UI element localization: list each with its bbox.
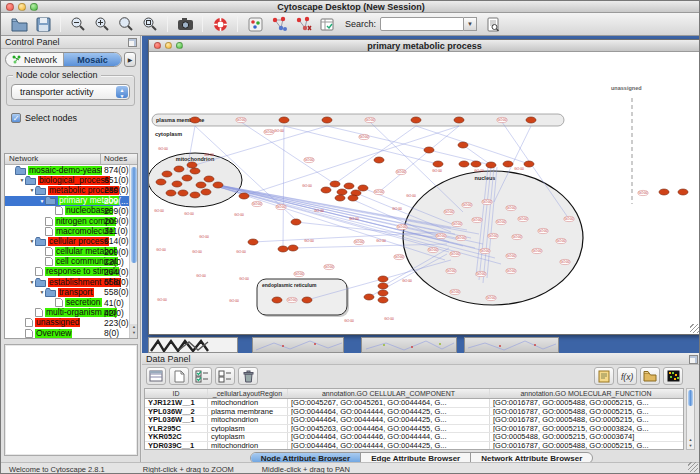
tree-scrollbar-arrows[interactable]: ▲▼ [130,324,138,338]
matrix-view-icon[interactable] [663,367,683,385]
network-node[interactable] [182,175,192,181]
more-tabs-arrow[interactable]: ▶ [124,52,136,67]
network-node[interactable] [659,189,669,195]
import-attributes-icon[interactable] [640,367,660,385]
network-tree-header[interactable]: Network Nodes [5,154,137,165]
tree-row[interactable]: response to stimulu264(0) [5,267,137,277]
network-node[interactable] [378,297,388,303]
network-canvas[interactable]: plasma membranecytoplasmmitochondrionnuc… [149,52,700,334]
network-node[interactable] [378,290,388,296]
tree-row[interactable]: ▼primary metabo209(... [5,196,137,206]
network-node[interactable] [204,176,214,182]
tree-row[interactable]: cell communicat22(0) [5,257,137,267]
network-node[interactable] [344,183,354,189]
network-node[interactable] [524,161,534,167]
column-go-molecular-function[interactable]: annotation.GO MOLECULAR_FUNCTION [490,389,682,398]
network-node[interactable] [374,157,384,163]
app-titlebar[interactable]: Cytoscape Desktop (New Session) [1,1,700,13]
network-node[interactable] [291,219,301,225]
attribute-table[interactable]: ID _cellularLayoutRegion annotation.GO C… [144,388,684,450]
tree-scrollbar[interactable]: ▲▼ [129,165,137,338]
annotation-note-icon[interactable] [594,367,614,385]
network-node[interactable] [278,246,288,252]
network-window-titlebar[interactable]: primary metabolic process [149,40,700,52]
unselect-all-attributes-icon[interactable] [215,367,235,385]
network-node[interactable] [196,182,206,188]
zoom-out-icon[interactable] [66,14,90,34]
column-go-cellular-component[interactable]: annotation.GO CELLULAR_COMPONENT [288,389,490,398]
vizmapper-icon[interactable] [243,14,267,34]
network-node[interactable] [526,117,536,123]
network-resize-grip[interactable] [690,324,699,333]
select-all-attributes-icon[interactable] [192,367,212,385]
search-config-icon[interactable] [481,14,505,34]
background-window-fragment[interactable] [148,337,238,353]
background-window-fragment[interactable] [252,337,344,353]
network-node[interactable] [166,190,176,196]
network-node[interactable] [358,185,368,191]
network-node[interactable] [172,181,182,187]
tree-row[interactable]: ▼establishment of lo558(0) [5,277,137,287]
background-window-fragment[interactable] [464,337,559,353]
new-attribute-icon[interactable] [169,367,189,385]
network-node[interactable] [302,297,312,303]
table-scrollbar-thumb[interactable] [688,390,693,406]
background-window-fragment[interactable] [361,337,457,353]
tree-row[interactable]: ▼transport558(0) [5,287,137,297]
network-node[interactable] [678,189,688,195]
network-view-window[interactable]: primary metabolic process plasma membran… [148,39,700,335]
attribute-select-icon[interactable] [146,367,166,385]
delete-attribute-icon[interactable] [238,367,258,385]
table-row[interactable]: YKR052Ccytoplasm[GO:0044464, GO:0044446,… [145,433,683,442]
network-node[interactable] [162,171,172,177]
table-row[interactable]: YJR121W__1mitochondrion[GO:0045267, GO:0… [145,399,683,408]
tree-row[interactable]: ▼cellular process614(0) [5,236,137,246]
tree-row[interactable]: nucleobase-209(0) [5,206,137,216]
tab-network[interactable]: Network [6,53,64,66]
help-ring-icon[interactable] [208,14,232,34]
select-nodes-checkbox[interactable]: ✓ [11,113,21,123]
tree-row[interactable]: Overview8(0) [5,328,137,338]
network-node[interactable] [348,195,358,201]
network-node[interactable] [190,117,200,123]
network-node[interactable] [433,161,443,167]
network-node[interactable] [174,166,184,172]
tab-mosaic[interactable]: Mosaic [64,53,121,66]
network-node[interactable] [378,276,388,282]
network-node[interactable] [279,117,289,123]
network-node[interactable] [486,162,496,168]
snapshot-icon[interactable] [173,14,197,34]
search-input[interactable] [380,17,464,31]
network-node[interactable] [330,181,340,187]
attribute-table-header[interactable]: ID _cellularLayoutRegion annotation.GO C… [145,389,683,399]
network-node[interactable] [213,182,223,188]
tree-row[interactable]: unassigned223(0) [5,318,137,328]
formula-builder-icon[interactable]: f(x) [617,367,637,385]
tree-row[interactable]: ▼metabolic process280(0) [5,185,137,195]
network-node[interactable] [178,190,188,196]
network-node[interactable] [503,161,513,167]
network-node[interactable] [335,195,345,201]
table-row[interactable]: YDR039C__1mitochondrion[GO:0044464, GO:0… [145,442,683,450]
open-icon[interactable] [7,14,31,34]
network-node[interactable] [156,179,166,185]
network-node[interactable] [201,189,211,195]
network-node[interactable] [471,161,481,167]
network-node[interactable] [248,239,258,245]
tree-row[interactable]: cellular metabol209(0) [5,247,137,257]
tree-row[interactable]: multi-organism pro42(0) [5,308,137,318]
tree-row[interactable]: macromolecule311(0) [5,226,137,236]
tree-row[interactable]: mosaic-demo-yeast874(0) [5,165,137,175]
table-row[interactable]: YPL036W__1mitochondrion[GO:0044464, GO:0… [145,416,683,425]
network-node[interactable] [424,147,434,153]
table-row[interactable]: YLR295Ccytoplasm[GO:0045263, GO:0044464,… [145,425,683,434]
float-data-panel-icon[interactable] [689,355,698,364]
network-node[interactable] [337,189,347,195]
zoom-selected-icon[interactable] [138,14,162,34]
network-node[interactable] [454,117,464,123]
zoom-in-icon[interactable] [90,14,114,34]
birdseye-view-panel[interactable] [4,344,138,456]
save-icon[interactable] [31,14,55,34]
tree-row[interactable]: nitrogen compo209(0) [5,216,137,226]
network-node[interactable] [272,297,282,303]
